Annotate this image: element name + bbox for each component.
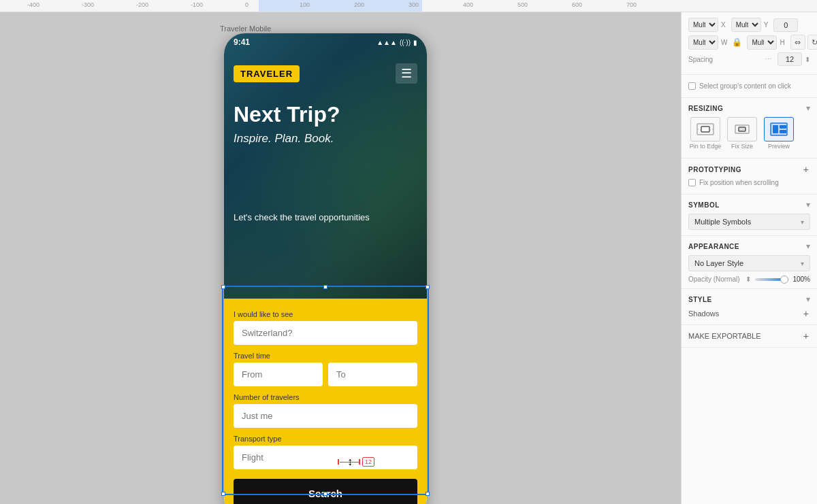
canvas-area[interactable]: Traveler Mobile 9:41 ▲▲▲ ((·)) ▮ [0,12,681,504]
spacing-row: Spacing ⋯ ⬍ [688,52,810,66]
pin-to-edge-label: Pin to Edge [688,143,722,150]
resizing-collapse[interactable]: ▾ [806,103,810,113]
opacity-label: Opacity (Normal) [688,275,740,283]
canvas-content: Traveler Mobile 9:41 ▲▲▲ ((·)) ▮ [12,12,681,504]
style-collapse[interactable]: ▾ [806,295,810,304]
style-section: STYLE ▾ Shadows + [682,289,817,325]
brand-badge[interactable]: TRAVELER [234,65,300,82]
x-select[interactable]: Multi [688,18,718,32]
hero-subtitle: Inspire. Plan. Book. [234,132,417,146]
pin-to-edge-box: Pin to Edge [688,117,722,150]
status-icons: ▲▲▲ ((·)) ▮ [377,39,417,46]
mobile-frame[interactable]: 9:41 ▲▲▲ ((·)) ▮ TRAVELER ☰ [223,33,428,504]
symbol-collapse[interactable]: ▾ [806,200,810,209]
ruler-tick: 600 [572,1,582,8]
shadows-label: Shadows [688,309,719,318]
lock-icon[interactable]: 🔒 [732,37,742,47]
w-label: W [721,39,727,46]
wh-row: Multi W 🔒 Multi H ⇔ ↻ [688,35,810,50]
y-select[interactable]: Multi [731,18,761,32]
ruler-tick: -100 [191,1,203,8]
ruler-tick: -400 [27,1,39,8]
symbol-header: SYMBOL ▾ [688,200,810,209]
style-header: STYLE ▾ [688,295,810,304]
w-select[interactable]: Multi [688,35,718,50]
status-bar: 9:41 ▲▲▲ ((·)) ▮ [224,33,427,48]
signal-icon: ▲▲▲ [377,39,397,46]
wifi-icon: ((·)) [400,39,411,46]
ruler-tick: -200 [136,1,148,8]
x-label: X [721,21,726,29]
select-group-label: Select group's content on click [699,82,791,90]
spacing-input[interactable] [778,52,802,66]
symbol-title: SYMBOL [688,201,720,209]
layer-style-dropdown[interactable]: No Layer Style ▾ [688,255,810,271]
prototyping-header: PROTOTYPING + [688,164,810,175]
ruler-tick: 500 [517,1,528,8]
hero-caption: Let's check the travel opportunities [224,158,427,232]
spacing-label-text: Spacing [688,56,713,63]
symbol-dropdown[interactable]: Multiple Symbols ▾ [688,214,810,230]
shadows-add[interactable]: + [802,308,810,319]
resizing-title: RESIZING [688,105,723,112]
prototyping-section: PROTOTYPING + Fix position when scrollin… [682,158,817,195]
form-label-transport: Transport type [234,435,417,443]
preview-icon[interactable] [764,117,794,141]
select-group-row: Select group's content on click [688,82,810,90]
y-label: Y [764,21,769,29]
preview-label: Preview [762,143,796,150]
layer-style-value: No Layer Style [694,259,743,267]
form-label-travel-time: Travel time [234,352,417,360]
spacing-stepper[interactable]: ⬍ [805,56,810,63]
xy-row: Multi X Multi Y [688,18,810,32]
hero-section: 9:41 ▲▲▲ ((·)) ▮ TRAVELER ☰ [224,33,427,299]
battery-icon: ▮ [413,39,417,46]
transport-input[interactable] [234,446,417,469]
from-input[interactable] [234,363,323,386]
svg-rect-7 [773,125,778,133]
h-label: H [780,39,784,46]
form-label-destination: I would like to see [234,310,417,318]
flip-icon[interactable]: ⇔ [790,35,805,50]
ruler-tick: 300 [408,1,419,8]
resizing-options: Pin to Edge Fix Size [688,117,810,150]
hamburger-menu[interactable]: ☰ [396,63,417,84]
fix-size-label: Fix Size [725,143,759,150]
ruler-tick: 700 [626,1,637,8]
symbol-section: SYMBOL ▾ Multiple Symbols ▾ [682,195,817,236]
hero-title: Next Trip? [234,103,417,127]
opacity-track[interactable] [755,278,789,281]
opacity-thumb[interactable] [780,275,788,284]
fix-position-row: Fix position when scrolling [688,179,810,186]
appearance-collapse[interactable]: ▾ [806,241,810,251]
fix-size-icon[interactable] [727,117,757,141]
position-section: Multi X Multi Y Multi W 🔒 [682,12,817,75]
opacity-stepper[interactable]: ⬍ [746,275,751,283]
ruler-tick: 400 [463,1,473,8]
appearance-section: APPEARANCE ▾ No Layer Style ▾ Opacity (N… [682,236,817,289]
pin-to-edge-icon[interactable] [690,117,720,141]
search-button[interactable]: Search [234,479,417,504]
ruler-tick: -300 [82,1,94,8]
to-input[interactable] [328,363,417,386]
right-panel: Multi X Multi Y Multi W 🔒 [681,12,817,504]
exportable-add[interactable]: + [802,331,810,341]
x-value-input[interactable] [773,18,798,32]
preview-box: Preview [762,117,796,150]
h-select[interactable]: Multi [747,35,777,50]
frame-label: Traveler Mobile [220,24,271,33]
resizing-header: RESIZING ▾ [688,103,810,113]
main-area: Traveler Mobile 9:41 ▲▲▲ ((·)) ▮ [0,12,817,504]
destination-input[interactable] [234,321,417,345]
travelers-input[interactable] [234,404,417,428]
symbol-value: Multiple Symbols [694,218,751,226]
select-group-checkbox[interactable] [688,82,696,90]
fix-position-checkbox[interactable] [688,179,696,186]
hero-text: Next Trip? Inspire. Plan. Book. [224,89,427,158]
prototyping-add[interactable]: + [802,164,810,175]
layer-style-chevron: ▾ [801,260,804,267]
exportable-section: MAKE EXPORTABLE + [682,325,817,348]
status-time: 9:41 [234,37,250,47]
rotate-icon[interactable]: ↻ [807,35,817,50]
style-title: STYLE [688,296,712,303]
